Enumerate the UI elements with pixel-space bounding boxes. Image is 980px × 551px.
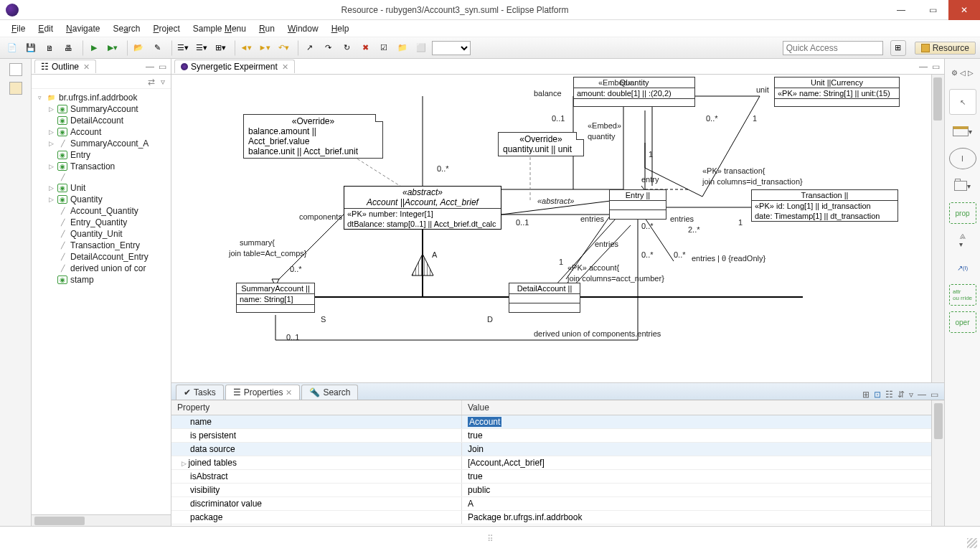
tool-icon[interactable]: ⊞	[862, 390, 870, 400]
resize-grip[interactable]	[967, 538, 977, 548]
undo-button[interactable]: ↶▾	[275, 40, 291, 56]
save-button[interactable]: 💾	[23, 40, 39, 56]
outline-tree[interactable]: ▿📁br.ufrgs.inf.addrbook ▷◉SummaryAccount…	[32, 89, 171, 514]
tree-item[interactable]: ▷◉Unit	[32, 182, 171, 194]
tab-properties[interactable]: ☰Properties✕	[225, 385, 301, 400]
tree-item[interactable]: ◉stamp	[32, 274, 171, 286]
print-button[interactable]: 🖶	[60, 40, 76, 56]
combo[interactable]	[432, 41, 471, 55]
menu-run[interactable]: Run	[253, 22, 281, 35]
class-summary-account[interactable]: SummaryAccount || name: String[1]	[236, 283, 315, 313]
nav-button[interactable]: ☰▾	[175, 40, 191, 56]
persp-switch-icon[interactable]: ⊞	[890, 40, 906, 56]
folder-button[interactable]: 📁	[395, 40, 410, 56]
note-tool[interactable]: I	[949, 148, 976, 169]
menu-window[interactable]: Window	[282, 22, 324, 35]
column-header[interactable]: Value	[462, 400, 931, 415]
tree-item[interactable]: ╱	[32, 172, 171, 182]
props-vscrollbar[interactable]	[931, 400, 944, 526]
tree-root[interactable]: ▿📁br.ufrgs.inf.addrbook	[32, 92, 171, 103]
navigator-icon[interactable]	[9, 82, 22, 95]
note-override-quantity[interactable]: «Override» quantity.unit || unit	[498, 132, 584, 156]
property-row[interactable]: visibilitypublic	[171, 484, 931, 497]
canvas-vscrollbar[interactable]	[931, 75, 944, 382]
note-override-balance[interactable]: «Override» balance.amount || Acct_brief.…	[243, 114, 383, 159]
tool-icon[interactable]: ⇵	[897, 390, 905, 400]
class-quantity[interactable]: Quantity amount: double[1] || :(20,2)	[573, 77, 695, 107]
redo-button[interactable]: ↷	[320, 40, 336, 56]
column-header[interactable]: Property	[171, 400, 462, 415]
class-detail-account[interactable]: DetailAccount ||	[509, 283, 580, 313]
tree-item[interactable]: ▷◉Quantity	[32, 194, 171, 205]
class-account[interactable]: «abstract»Account ||Account, Acct_brief …	[344, 186, 501, 230]
property-row[interactable]: is persistenttrue	[171, 429, 931, 443]
class-entry[interactable]: Entry ||	[609, 189, 666, 220]
link-icon[interactable]: ⇄	[148, 77, 155, 87]
close-icon[interactable]: ✕	[83, 62, 90, 72]
maximize-button[interactable]: ▭	[917, 0, 948, 20]
tab-tasks[interactable]: ✔Tasks	[176, 385, 224, 400]
editor-tab[interactable]: Synergetic Expeirment✕	[174, 60, 295, 73]
stop-button[interactable]: ⬜	[413, 40, 429, 56]
menu-edit[interactable]: Edit	[32, 22, 59, 35]
run-ext-button[interactable]: ▶▾	[105, 40, 121, 56]
minimize-icon[interactable]: —	[919, 62, 928, 72]
property-row[interactable]: ▷ joined tables[Account,Acct_brief]	[171, 456, 931, 470]
back-button[interactable]: ◄▾	[238, 40, 254, 56]
save-all-button[interactable]: 🗎	[42, 40, 57, 56]
tree-item[interactable]: ◉DetailAccount	[32, 115, 171, 126]
prop-tool[interactable]: prop	[949, 202, 976, 224]
close-button[interactable]: ✕	[948, 0, 980, 20]
diagram-canvas[interactable]: «Override» balance.amount || Acct_brief.…	[171, 75, 931, 382]
property-row[interactable]: data sourceJoin	[171, 443, 931, 456]
attr-override-tool[interactable]: attrou rride	[949, 284, 976, 306]
select-tool[interactable]: ↖	[949, 89, 976, 115]
new-button[interactable]: 📄	[4, 40, 20, 56]
up-button[interactable]: ↗	[301, 40, 317, 56]
tree-item[interactable]: ▷╱SummaryAccount_A	[32, 138, 171, 149]
menu-project[interactable]: Project	[147, 22, 185, 35]
menu-icon[interactable]: ▿	[909, 390, 913, 400]
class-tool[interactable]: ▾	[949, 121, 976, 142]
tree-item[interactable]: ╱Entry_Quantity	[32, 217, 171, 228]
property-row[interactable]: discriminator valueA	[171, 497, 931, 511]
outline-hscrollbar[interactable]	[32, 514, 171, 526]
maximize-icon[interactable]: ▭	[159, 62, 166, 72]
tab-search[interactable]: 🔦Search	[301, 385, 358, 400]
edit-button[interactable]: ✎	[149, 40, 165, 56]
minimize-icon[interactable]: —	[146, 62, 154, 72]
minimize-icon[interactable]: —	[918, 390, 926, 400]
tool-icon[interactable]: ⊡	[874, 390, 881, 400]
generalization-tool[interactable]: ⩓▾	[949, 230, 976, 251]
menu-sample[interactable]: Sample Menu	[187, 22, 252, 35]
nav3-button[interactable]: ⊞▾	[212, 40, 228, 56]
delete-button[interactable]: ✖	[357, 40, 373, 56]
tree-item[interactable]: ▷◉SummaryAccount	[32, 103, 171, 115]
properties-table[interactable]: PropertyValue nameAccountis persistenttr…	[171, 400, 931, 526]
close-icon[interactable]: ✕	[286, 388, 292, 397]
tree-item[interactable]: ╱derived union of cor	[32, 263, 171, 274]
fwd-button[interactable]: ►▾	[257, 40, 273, 56]
maximize-icon[interactable]: ▭	[930, 390, 938, 400]
run-button[interactable]: ▶	[86, 40, 102, 56]
property-row[interactable]: nameAccount	[171, 415, 931, 429]
quick-access-input[interactable]	[783, 41, 883, 55]
task-button[interactable]: ☑	[376, 40, 392, 56]
tree-item[interactable]: ▷◉Transaction	[32, 161, 171, 172]
close-icon[interactable]: ✕	[282, 62, 288, 72]
maximize-icon[interactable]: ▭	[932, 62, 940, 72]
menu-file[interactable]: File	[6, 22, 31, 35]
property-row[interactable]: packagePackage br.ufrgs.inf.addrbook	[171, 511, 931, 524]
tool-icon[interactable]: ☷	[885, 390, 893, 400]
outline-tab[interactable]: ☷Outline✕	[34, 60, 96, 73]
oper-tool[interactable]: oper	[949, 311, 976, 333]
perspective-resource[interactable]: Resource	[915, 42, 976, 55]
class-unit[interactable]: Unit ||Currency «PK» name: String[1] || …	[774, 77, 900, 107]
open-button[interactable]: 📂	[131, 40, 146, 56]
minimize-button[interactable]: —	[885, 0, 917, 20]
class-transaction[interactable]: Transaction || «PK» id: Long[1] || id_tr…	[751, 189, 898, 222]
tree-item[interactable]: ╱Account_Quantity	[32, 205, 171, 217]
menu-help[interactable]: Help	[326, 22, 355, 35]
nav2-button[interactable]: ☰▾	[194, 40, 209, 56]
property-row[interactable]: isAbstracttrue	[171, 470, 931, 484]
